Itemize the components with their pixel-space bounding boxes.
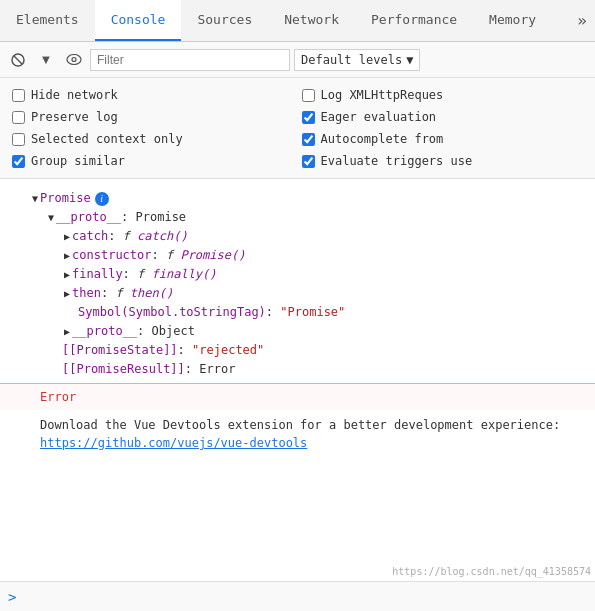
tree-row-promise[interactable]: ▼ Promise i [8, 189, 587, 208]
info-section: Download the Vue Devtools extension for … [0, 410, 595, 458]
tab-performance[interactable]: Performance [355, 0, 473, 41]
symbol-key: Symbol(Symbol.toStringTag) [78, 303, 266, 322]
constructor-f: f [166, 246, 180, 265]
promise-state-key: [[PromiseState]] [62, 341, 178, 360]
then-fn: then() [130, 284, 173, 303]
catch-fn: catch() [137, 227, 188, 246]
bottom-bar: > [0, 581, 595, 611]
constructor-fn: Promise() [180, 246, 245, 265]
promise-result-value: Error [199, 360, 235, 379]
info-icon: i [95, 192, 109, 206]
clear-console-button[interactable] [6, 48, 30, 72]
selected-context-checkbox[interactable] [12, 133, 25, 146]
tree-row-constructor[interactable]: ▶ constructor : f Promise() [8, 246, 587, 265]
log-xmlhttprequest-checkbox-item: Log XMLHttpReques [302, 86, 584, 104]
promise-key: Promise [40, 189, 91, 208]
evaluate-triggers-checkbox[interactable] [302, 155, 315, 168]
console-prompt[interactable]: > [8, 589, 16, 605]
eager-evaluation-checkbox-item: Eager evaluation [302, 108, 584, 126]
evaluate-triggers-checkbox-item: Evaluate triggers use [302, 152, 584, 170]
tree-row-proto-obj[interactable]: ▶ __proto__ : Object [8, 322, 587, 341]
tree-row-promise-result: [[PromiseResult]] : Error [8, 360, 587, 379]
devtools-link[interactable]: https://github.com/vuejs/vue-devtools [40, 436, 307, 450]
triangle-right-icon: ▶ [64, 322, 70, 341]
tab-sources[interactable]: Sources [181, 0, 268, 41]
selected-context-label: Selected context only [31, 132, 183, 146]
tree-row-then[interactable]: ▶ then : f then() [8, 284, 587, 303]
group-similar-label: Group similar [31, 154, 125, 168]
then-f: f [115, 284, 129, 303]
eager-evaluation-label: Eager evaluation [321, 110, 437, 124]
log-xmlhttprequest-label: Log XMLHttpReques [321, 88, 444, 102]
evaluate-triggers-label: Evaluate triggers use [321, 154, 473, 168]
tree-row-promise-state: [[PromiseState]] : "rejected" [8, 341, 587, 360]
tree-row-symbol: Symbol(Symbol.toStringTag) : "Promise" [8, 303, 587, 322]
autocomplete-checkbox[interactable] [302, 133, 315, 146]
log-xmlhttprequest-checkbox[interactable] [302, 89, 315, 102]
then-key: then [72, 284, 101, 303]
triangle-down-icon: ▼ [32, 189, 38, 208]
triangle-right-icon: ▶ [64, 265, 70, 284]
proto2-key: __proto__ [72, 322, 137, 341]
tab-overflow[interactable]: » [569, 0, 595, 41]
error-section: Error [0, 383, 595, 410]
tree-row-proto[interactable]: ▼ __proto__ : Promise [8, 208, 587, 227]
filter-toggle-button[interactable]: ▼ [34, 48, 58, 72]
eager-evaluation-checkbox[interactable] [302, 111, 315, 124]
symbol-value: "Promise" [280, 303, 345, 322]
group-similar-checkbox-item: Group similar [12, 152, 294, 170]
proto-key: __proto__ [56, 208, 121, 227]
svg-point-2 [67, 55, 81, 65]
settings-panel: Hide network Log XMLHttpReques Preserve … [0, 78, 595, 179]
selected-context-checkbox-item: Selected context only [12, 130, 294, 148]
hide-network-label: Hide network [31, 88, 118, 102]
triangle-down-icon: ▼ [48, 208, 54, 227]
promise-state-value: "rejected" [192, 341, 264, 360]
filter-input[interactable] [90, 49, 290, 71]
triangle-right-icon: ▶ [64, 246, 70, 265]
hide-network-checkbox[interactable] [12, 89, 25, 102]
catch-key: catch [72, 227, 108, 246]
tree-row-finally[interactable]: ▶ finally : f finally() [8, 265, 587, 284]
constructor-key: constructor [72, 246, 151, 265]
promise-result-key: [[PromiseResult]] [62, 360, 185, 379]
svg-point-3 [72, 58, 76, 62]
catch-value: f [123, 227, 137, 246]
watermark: https://blog.csdn.net/qq_41358574 [388, 564, 595, 579]
promise-tree: ▼ Promise i ▼ __proto__ : Promise ▶ catc… [0, 185, 595, 383]
info-message-text: Download the Vue Devtools extension for … [40, 416, 587, 434]
eye-button[interactable] [62, 48, 86, 72]
error-text: Error [40, 390, 76, 404]
svg-line-1 [14, 56, 22, 64]
preserve-log-checkbox-item: Preserve log [12, 108, 294, 126]
default-levels-dropdown[interactable]: Default levels ▼ [294, 49, 420, 71]
finally-f: f [137, 265, 151, 284]
toolbar: ▼ Default levels ▼ [0, 42, 595, 78]
group-similar-checkbox[interactable] [12, 155, 25, 168]
finally-fn: finally() [152, 265, 217, 284]
tab-console[interactable]: Console [95, 0, 182, 41]
tab-bar: Elements Console Sources Network Perform… [0, 0, 595, 42]
triangle-right-icon: ▶ [64, 227, 70, 246]
hide-network-checkbox-item: Hide network [12, 86, 294, 104]
console-output: ▼ Promise i ▼ __proto__ : Promise ▶ catc… [0, 179, 595, 562]
autocomplete-checkbox-item: Autocomplete from [302, 130, 584, 148]
preserve-log-label: Preserve log [31, 110, 118, 124]
finally-key: finally [72, 265, 123, 284]
tab-network[interactable]: Network [268, 0, 355, 41]
tree-row-catch[interactable]: ▶ catch : f catch() [8, 227, 587, 246]
tab-memory[interactable]: Memory [473, 0, 552, 41]
autocomplete-label: Autocomplete from [321, 132, 444, 146]
tab-elements[interactable]: Elements [0, 0, 95, 41]
triangle-right-icon: ▶ [64, 284, 70, 303]
preserve-log-checkbox[interactable] [12, 111, 25, 124]
